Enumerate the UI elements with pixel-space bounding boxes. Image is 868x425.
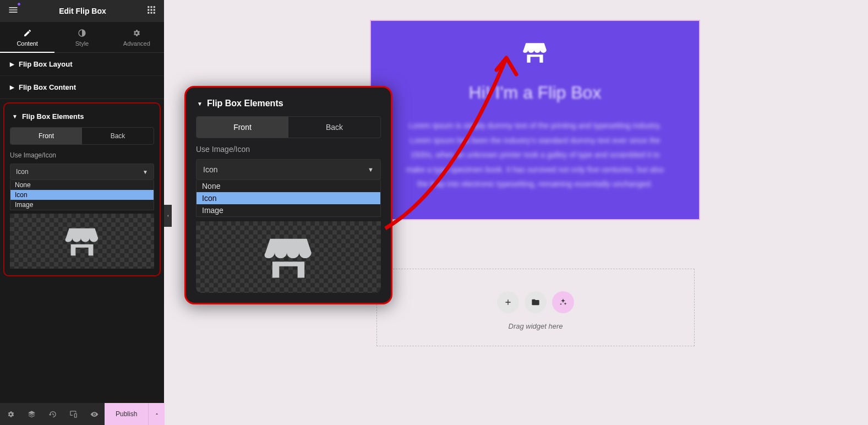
tab-style[interactable]: Style [54, 22, 109, 52]
caret-down-icon: ▼ [197, 101, 203, 107]
caret-right-icon: ▶ [10, 84, 14, 90]
use-image-icon-label: Use Image/Icon [196, 145, 381, 154]
select-value: Icon [203, 165, 217, 174]
droplet-icon [78, 29, 86, 37]
widgets-button[interactable] [146, 5, 156, 17]
option-none[interactable]: None [196, 180, 380, 192]
svg-rect-8 [154, 12, 155, 14]
add-template-button[interactable] [525, 291, 547, 313]
folder-icon [531, 298, 540, 307]
option-none[interactable]: None [10, 180, 154, 190]
flipbox-icon [521, 39, 549, 66]
chevron-up-icon [154, 411, 160, 417]
dropzone-actions [377, 291, 694, 313]
section-label: Flip Box Content [19, 83, 76, 91]
chevron-down-icon: ▼ [368, 166, 374, 173]
toggle-front[interactable]: Front [196, 117, 288, 138]
chevron-down-icon: ▼ [143, 169, 148, 175]
flipbox-widget[interactable]: Hi! I'm a Flip Box Lorem Ipsum is simply… [370, 20, 700, 220]
use-image-icon-label: Use Image/Icon [10, 151, 154, 159]
section-label: Flip Box Elements [22, 112, 84, 121]
navigator-button[interactable] [21, 403, 42, 425]
option-icon[interactable]: Icon [196, 192, 380, 204]
svg-rect-0 [148, 6, 149, 8]
flipbox-heading: Hi! I'm a Flip Box [398, 83, 672, 103]
plus-icon [504, 298, 512, 307]
icon-preview[interactable] [196, 221, 381, 293]
dropzone-hint: Drag widget here [377, 322, 694, 330]
responsive-button[interactable] [63, 403, 84, 425]
sparkle-icon [559, 298, 567, 307]
tab-label: Advanced [123, 40, 150, 47]
tab-content[interactable]: Content [0, 22, 54, 52]
ai-button[interactable] [552, 291, 574, 313]
caret-right-icon: ▶ [10, 61, 14, 67]
use-image-icon-select[interactable]: Icon ▼ [196, 159, 381, 180]
responsive-icon [69, 410, 78, 418]
flipbox-elements-overlay: ▼ Flip Box Elements Front Back Use Image… [184, 86, 392, 304]
svg-rect-4 [151, 9, 152, 11]
tab-advanced[interactable]: Advanced [110, 22, 164, 52]
select-dropdown: None Icon Image [10, 180, 154, 210]
widget-dropzone[interactable]: Drag widget here [376, 269, 695, 346]
gear-icon [7, 410, 15, 418]
svg-rect-7 [151, 12, 152, 14]
option-icon[interactable]: Icon [10, 190, 154, 200]
section-flipbox-content[interactable]: ▶ Flip Box Content [0, 76, 164, 99]
publish-wrap: Publish [105, 403, 165, 425]
preview-button[interactable] [84, 403, 105, 425]
svg-rect-1 [151, 6, 152, 8]
menu-button[interactable] [8, 4, 19, 18]
front-back-toggle: Front Back [196, 116, 381, 138]
svg-rect-5 [154, 9, 155, 11]
store-icon [63, 222, 101, 260]
option-image[interactable]: Image [10, 200, 154, 210]
svg-rect-2 [154, 6, 155, 8]
publish-button[interactable]: Publish [105, 403, 148, 425]
icon-preview[interactable] [10, 214, 154, 269]
sidebar-footer: Publish [0, 403, 164, 425]
select-dropdown: None Icon Image [196, 180, 381, 217]
caret-down-icon: ▼ [12, 113, 18, 119]
flipbox-elements-panel: ▼ Flip Box Elements Front Back Use Image… [3, 102, 161, 276]
section-label: Flip Box Elements [207, 99, 283, 108]
flipbox-body: Lorem Ipsum is simply dummy text of the … [403, 118, 667, 192]
front-back-toggle: Front Back [10, 127, 154, 145]
use-image-icon-select[interactable]: Icon ▼ [10, 164, 154, 180]
section-label: Flip Box Layout [19, 60, 73, 68]
caret-left-icon [166, 214, 170, 218]
eye-icon [90, 410, 99, 418]
sidebar-header: Edit Flip Box [0, 0, 164, 22]
panel-title: Edit Flip Box [59, 7, 106, 15]
tab-label: Style [75, 40, 89, 47]
toggle-back[interactable]: Back [82, 128, 154, 144]
toggle-front[interactable]: Front [10, 128, 82, 144]
settings-button[interactable] [0, 403, 21, 425]
option-image[interactable]: Image [196, 204, 380, 216]
svg-rect-3 [148, 9, 149, 11]
grid-icon [146, 5, 156, 15]
store-icon [521, 39, 549, 66]
editor-tabs: Content Style Advanced [0, 22, 164, 53]
hamburger-icon [8, 4, 19, 15]
history-button[interactable] [42, 403, 63, 425]
pencil-icon [23, 29, 32, 37]
layers-icon [28, 410, 36, 418]
editor-sidebar: Edit Flip Box Content Style Advanced ▶ F… [0, 0, 164, 425]
notification-dot [17, 2, 21, 6]
collapse-sidebar-button[interactable] [164, 205, 172, 227]
add-section-button[interactable] [497, 291, 519, 313]
publish-options-button[interactable] [148, 403, 165, 425]
select-value: Icon [16, 168, 29, 176]
toggle-back[interactable]: Back [288, 117, 380, 138]
history-icon [48, 410, 57, 418]
section-flipbox-layout[interactable]: ▶ Flip Box Layout [0, 53, 164, 76]
svg-rect-6 [148, 12, 149, 14]
tab-label: Content [17, 40, 38, 47]
section-flipbox-elements[interactable]: ▼ Flip Box Elements [10, 108, 154, 127]
gear-icon [132, 29, 141, 37]
store-icon [261, 230, 316, 285]
section-flipbox-elements[interactable]: ▼ Flip Box Elements [196, 95, 381, 116]
